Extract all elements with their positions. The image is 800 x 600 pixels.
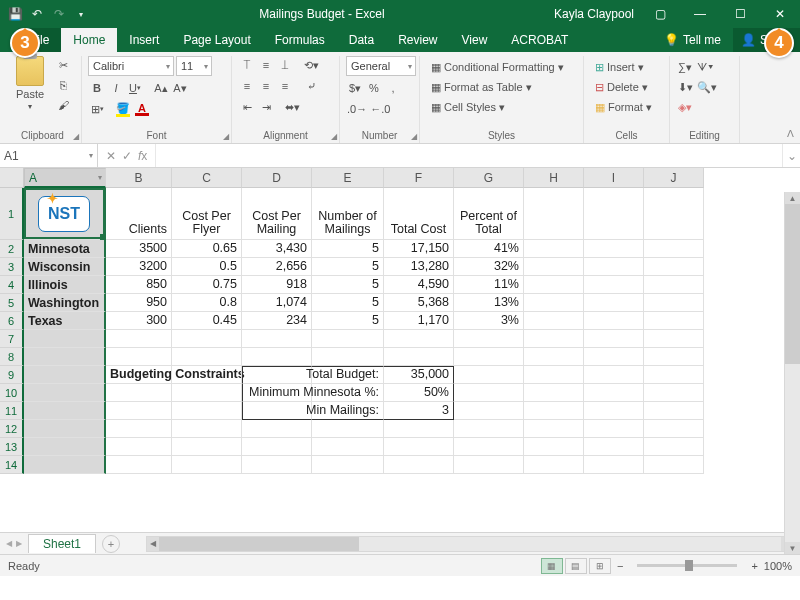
cell-G7[interactable] <box>454 330 524 348</box>
formula-input[interactable] <box>156 144 782 167</box>
redo-icon[interactable]: ↷ <box>50 5 68 23</box>
cell-G2[interactable]: 41% <box>454 240 524 258</box>
align-center-icon[interactable]: ≡ <box>257 77 275 95</box>
tab-home[interactable]: Home <box>61 28 117 52</box>
cell-A3[interactable]: Wisconsin <box>24 258 106 276</box>
cell-E1[interactable]: Number of Mailings <box>312 188 384 240</box>
collapse-ribbon-icon[interactable]: ᐱ <box>787 128 794 139</box>
tab-scroll-right-icon[interactable]: ▶ <box>16 539 22 548</box>
font-launcher-icon[interactable]: ◢ <box>223 132 229 141</box>
cell-A14[interactable] <box>24 456 106 474</box>
align-bottom-icon[interactable]: ⟘ <box>276 56 294 74</box>
worksheet-area[interactable]: ABCDEFGHIJ 1234567891011121314 ✦NSTClien… <box>0 168 800 554</box>
expand-formula-bar-icon[interactable]: ⌄ <box>782 144 800 167</box>
font-name-select[interactable]: Calibri <box>88 56 174 76</box>
cell-I14[interactable] <box>584 456 644 474</box>
cell-G9[interactable] <box>454 366 524 384</box>
cell-D5[interactable]: 1,074 <box>242 294 312 312</box>
cell-F6[interactable]: 1,170 <box>384 312 454 330</box>
cell-J12[interactable] <box>644 420 704 438</box>
cell-H14[interactable] <box>524 456 584 474</box>
cell-D14[interactable] <box>242 456 312 474</box>
row-header-1[interactable]: 1 <box>0 188 24 240</box>
cell-E11[interactable]: Min Mailings: <box>312 402 384 420</box>
cell-C6[interactable]: 0.45 <box>172 312 242 330</box>
tab-page-layout[interactable]: Page Layout <box>171 28 262 52</box>
cell-D11[interactable] <box>242 402 312 420</box>
cell-G1[interactable]: Percent of Total <box>454 188 524 240</box>
vscroll-down-icon[interactable]: ▼ <box>785 542 800 554</box>
cell-H12[interactable] <box>524 420 584 438</box>
cell-B5[interactable]: 950 <box>106 294 172 312</box>
cell-J8[interactable] <box>644 348 704 366</box>
cell-J7[interactable] <box>644 330 704 348</box>
cell-E3[interactable]: 5 <box>312 258 384 276</box>
tab-view[interactable]: View <box>450 28 500 52</box>
tab-data[interactable]: Data <box>337 28 386 52</box>
cell-I6[interactable] <box>584 312 644 330</box>
format-cells-button[interactable]: ▦Format▾ <box>590 98 657 116</box>
cell-C5[interactable]: 0.8 <box>172 294 242 312</box>
cell-B10[interactable] <box>106 384 172 402</box>
decrease-font-icon[interactable]: A▾ <box>171 79 189 97</box>
comma-format-icon[interactable]: , <box>384 79 402 97</box>
cell-H5[interactable] <box>524 294 584 312</box>
save-icon[interactable]: 💾 <box>6 5 24 23</box>
underline-button[interactable]: U▾ <box>126 79 144 97</box>
cell-D3[interactable]: 2,656 <box>242 258 312 276</box>
undo-icon[interactable]: ↶ <box>28 5 46 23</box>
cell-D12[interactable] <box>242 420 312 438</box>
cut-icon[interactable]: ✂ <box>54 56 72 74</box>
cell-C8[interactable] <box>172 348 242 366</box>
merge-center-icon[interactable]: ⬌▾ <box>283 98 301 116</box>
cell-I10[interactable] <box>584 384 644 402</box>
cell-J2[interactable] <box>644 240 704 258</box>
col-header-G[interactable]: G <box>454 168 524 188</box>
vertical-scrollbar[interactable]: ▲ ▼ <box>784 192 800 554</box>
cell-B3[interactable]: 3200 <box>106 258 172 276</box>
col-header-C[interactable]: C <box>172 168 242 188</box>
borders-icon[interactable]: ⊞▾ <box>88 100 106 118</box>
cell-E5[interactable]: 5 <box>312 294 384 312</box>
add-sheet-button[interactable]: + <box>102 535 120 553</box>
cell-I12[interactable] <box>584 420 644 438</box>
cell-G11[interactable] <box>454 402 524 420</box>
cell-F10[interactable]: 50% <box>384 384 454 402</box>
cell-F14[interactable] <box>384 456 454 474</box>
cell-B6[interactable]: 300 <box>106 312 172 330</box>
zoom-out-button[interactable]: − <box>617 560 623 572</box>
cell-C7[interactable] <box>172 330 242 348</box>
cell-F13[interactable] <box>384 438 454 456</box>
cell-G5[interactable]: 13% <box>454 294 524 312</box>
font-size-select[interactable]: 11 <box>176 56 212 76</box>
cell-E4[interactable]: 5 <box>312 276 384 294</box>
decrease-decimal-icon[interactable]: ←.0 <box>369 100 391 118</box>
align-left-icon[interactable]: ≡ <box>238 77 256 95</box>
cell-J10[interactable] <box>644 384 704 402</box>
cell-A11[interactable] <box>24 402 106 420</box>
increase-font-icon[interactable]: A▴ <box>152 79 170 97</box>
cell-C11[interactable] <box>172 402 242 420</box>
cell-E10[interactable]: Minimum Minnesota %: <box>312 384 384 402</box>
cell-E13[interactable] <box>312 438 384 456</box>
cell-C1[interactable]: Cost Per Flyer <box>172 188 242 240</box>
row-header-2[interactable]: 2 <box>0 240 24 258</box>
fill-icon[interactable]: ⬇▾ <box>676 78 694 96</box>
tell-me[interactable]: 💡Tell me <box>652 28 733 52</box>
cell-D13[interactable] <box>242 438 312 456</box>
cell-F8[interactable] <box>384 348 454 366</box>
cell-I8[interactable] <box>584 348 644 366</box>
tab-formulas[interactable]: Formulas <box>263 28 337 52</box>
insert-cells-button[interactable]: ⊞Insert▾ <box>590 58 649 76</box>
cell-G10[interactable] <box>454 384 524 402</box>
cell-B4[interactable]: 850 <box>106 276 172 294</box>
cell-J9[interactable] <box>644 366 704 384</box>
cell-I13[interactable] <box>584 438 644 456</box>
tab-scroll-left-icon[interactable]: ◀ <box>6 539 12 548</box>
cell-A5[interactable]: Washington <box>24 294 106 312</box>
hscroll-left-icon[interactable]: ◀ <box>147 537 159 551</box>
cell-C4[interactable]: 0.75 <box>172 276 242 294</box>
cell-H10[interactable] <box>524 384 584 402</box>
row-header-11[interactable]: 11 <box>0 402 24 420</box>
clipboard-launcher-icon[interactable]: ◢ <box>73 132 79 141</box>
